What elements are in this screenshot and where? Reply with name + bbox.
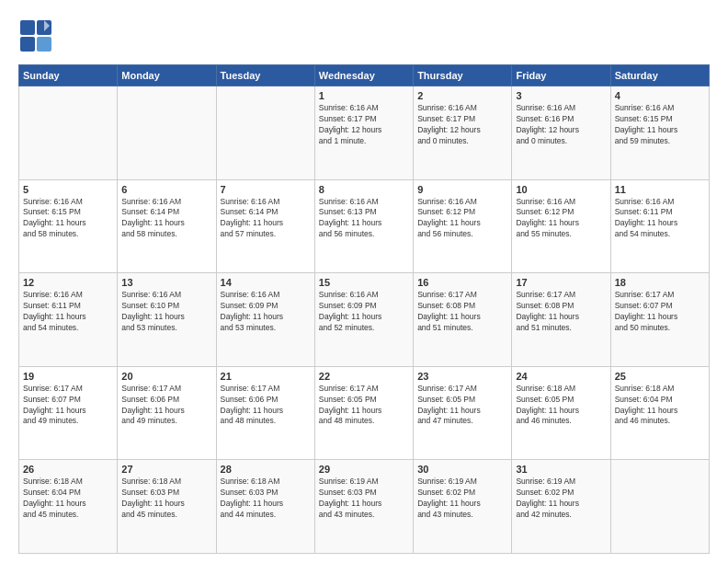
day-info: Sunrise: 6:17 AM Sunset: 6:05 PM Dayligh… [319,384,409,428]
col-header-tuesday: Tuesday [216,65,314,86]
day-cell: 18Sunrise: 6:17 AM Sunset: 6:07 PM Dayli… [610,273,709,367]
day-info: Sunrise: 6:18 AM Sunset: 6:03 PM Dayligh… [221,477,311,521]
day-cell: 15Sunrise: 6:16 AM Sunset: 6:09 PM Dayli… [314,273,413,367]
day-info: Sunrise: 6:19 AM Sunset: 6:03 PM Dayligh… [319,477,409,521]
day-number: 5 [23,184,113,195]
day-number: 17 [516,277,606,288]
day-number: 29 [319,464,409,475]
col-header-saturday: Saturday [610,65,709,86]
day-number: 25 [615,371,705,382]
day-cell: 26Sunrise: 6:18 AM Sunset: 6:04 PM Dayli… [19,460,118,554]
day-info: Sunrise: 6:18 AM Sunset: 6:04 PM Dayligh… [615,384,705,428]
day-number: 22 [319,371,409,382]
day-cell: 11Sunrise: 6:16 AM Sunset: 6:11 PM Dayli… [610,179,709,273]
day-number: 23 [417,371,507,382]
day-number: 4 [615,90,705,101]
day-info: Sunrise: 6:16 AM Sunset: 6:11 PM Dayligh… [615,197,705,241]
day-info: Sunrise: 6:18 AM Sunset: 6:04 PM Dayligh… [23,477,113,521]
day-number: 12 [23,277,113,288]
day-cell: 4Sunrise: 6:16 AM Sunset: 6:15 PM Daylig… [610,86,709,180]
day-cell: 12Sunrise: 6:16 AM Sunset: 6:11 PM Dayli… [19,273,118,367]
day-info: Sunrise: 6:17 AM Sunset: 6:06 PM Dayligh… [221,384,311,428]
day-number: 31 [516,464,606,475]
svg-rect-0 [20,20,35,35]
day-info: Sunrise: 6:17 AM Sunset: 6:07 PM Dayligh… [23,384,113,428]
day-info: Sunrise: 6:16 AM Sunset: 6:16 PM Dayligh… [516,103,606,147]
week-row-4: 26Sunrise: 6:18 AM Sunset: 6:04 PM Dayli… [19,460,710,554]
day-cell: 21Sunrise: 6:17 AM Sunset: 6:06 PM Dayli… [216,366,314,460]
day-cell: 25Sunrise: 6:18 AM Sunset: 6:04 PM Dayli… [610,366,709,460]
day-number: 15 [319,277,409,288]
day-cell: 13Sunrise: 6:16 AM Sunset: 6:10 PM Dayli… [118,273,216,367]
day-info: Sunrise: 6:18 AM Sunset: 6:03 PM Dayligh… [121,477,211,521]
day-number: 24 [516,371,606,382]
col-header-wednesday: Wednesday [314,65,413,86]
day-number: 27 [121,464,211,475]
day-cell [216,86,314,180]
day-info: Sunrise: 6:16 AM Sunset: 6:17 PM Dayligh… [319,103,409,147]
day-cell [19,86,118,180]
day-cell: 7Sunrise: 6:16 AM Sunset: 6:14 PM Daylig… [216,179,314,273]
day-number: 1 [319,90,409,101]
day-info: Sunrise: 6:17 AM Sunset: 6:05 PM Dayligh… [417,384,507,428]
day-cell: 28Sunrise: 6:18 AM Sunset: 6:03 PM Dayli… [216,460,314,554]
day-cell: 30Sunrise: 6:19 AM Sunset: 6:02 PM Dayli… [414,460,512,554]
day-info: Sunrise: 6:17 AM Sunset: 6:07 PM Dayligh… [615,290,705,334]
day-info: Sunrise: 6:16 AM Sunset: 6:10 PM Dayligh… [121,290,211,334]
day-cell: 17Sunrise: 6:17 AM Sunset: 6:08 PM Dayli… [512,273,610,367]
day-cell: 24Sunrise: 6:18 AM Sunset: 6:05 PM Dayli… [512,366,610,460]
day-number: 19 [23,371,113,382]
day-cell: 9Sunrise: 6:16 AM Sunset: 6:12 PM Daylig… [414,179,512,273]
day-cell: 8Sunrise: 6:16 AM Sunset: 6:13 PM Daylig… [314,179,413,273]
day-cell: 27Sunrise: 6:18 AM Sunset: 6:03 PM Dayli… [118,460,216,554]
header [18,18,710,53]
page: SundayMondayTuesdayWednesdayThursdayFrid… [0,0,728,563]
day-info: Sunrise: 6:16 AM Sunset: 6:15 PM Dayligh… [615,103,705,147]
day-number: 3 [516,90,606,101]
day-number: 2 [417,90,507,101]
day-number: 28 [221,464,311,475]
day-cell [610,460,709,554]
day-number: 16 [417,277,507,288]
day-cell: 16Sunrise: 6:17 AM Sunset: 6:08 PM Dayli… [414,273,512,367]
day-info: Sunrise: 6:16 AM Sunset: 6:11 PM Dayligh… [23,290,113,334]
week-row-0: 1Sunrise: 6:16 AM Sunset: 6:17 PM Daylig… [19,86,710,180]
day-info: Sunrise: 6:16 AM Sunset: 6:15 PM Dayligh… [23,197,113,241]
day-number: 18 [615,277,705,288]
logo-icon [18,18,53,53]
col-header-friday: Friday [512,65,610,86]
day-number: 8 [319,184,409,195]
day-info: Sunrise: 6:16 AM Sunset: 6:14 PM Dayligh… [221,197,311,241]
day-number: 13 [121,277,211,288]
day-cell: 6Sunrise: 6:16 AM Sunset: 6:14 PM Daylig… [118,179,216,273]
day-number: 20 [121,371,211,382]
week-row-3: 19Sunrise: 6:17 AM Sunset: 6:07 PM Dayli… [19,366,710,460]
day-info: Sunrise: 6:16 AM Sunset: 6:12 PM Dayligh… [516,197,606,241]
day-info: Sunrise: 6:17 AM Sunset: 6:08 PM Dayligh… [417,290,507,334]
day-cell: 10Sunrise: 6:16 AM Sunset: 6:12 PM Dayli… [512,179,610,273]
day-number: 14 [221,277,311,288]
day-info: Sunrise: 6:16 AM Sunset: 6:09 PM Dayligh… [319,290,409,334]
day-cell: 23Sunrise: 6:17 AM Sunset: 6:05 PM Dayli… [414,366,512,460]
day-info: Sunrise: 6:18 AM Sunset: 6:05 PM Dayligh… [516,384,606,428]
svg-rect-2 [20,37,35,52]
day-cell [118,86,216,180]
day-cell: 1Sunrise: 6:16 AM Sunset: 6:17 PM Daylig… [314,86,413,180]
day-cell: 31Sunrise: 6:19 AM Sunset: 6:02 PM Dayli… [512,460,610,554]
day-cell: 22Sunrise: 6:17 AM Sunset: 6:05 PM Dayli… [314,366,413,460]
day-cell: 19Sunrise: 6:17 AM Sunset: 6:07 PM Dayli… [19,366,118,460]
day-number: 9 [417,184,507,195]
day-info: Sunrise: 6:16 AM Sunset: 6:14 PM Dayligh… [121,197,211,241]
day-cell: 20Sunrise: 6:17 AM Sunset: 6:06 PM Dayli… [118,366,216,460]
day-number: 7 [221,184,311,195]
day-number: 26 [23,464,113,475]
col-header-monday: Monday [118,65,216,86]
day-number: 21 [221,371,311,382]
day-cell: 14Sunrise: 6:16 AM Sunset: 6:09 PM Dayli… [216,273,314,367]
day-number: 30 [417,464,507,475]
day-info: Sunrise: 6:19 AM Sunset: 6:02 PM Dayligh… [516,477,606,521]
calendar-table: SundayMondayTuesdayWednesdayThursdayFrid… [18,64,710,554]
day-info: Sunrise: 6:17 AM Sunset: 6:06 PM Dayligh… [121,384,211,428]
day-number: 11 [615,184,705,195]
day-info: Sunrise: 6:16 AM Sunset: 6:17 PM Dayligh… [417,103,507,147]
